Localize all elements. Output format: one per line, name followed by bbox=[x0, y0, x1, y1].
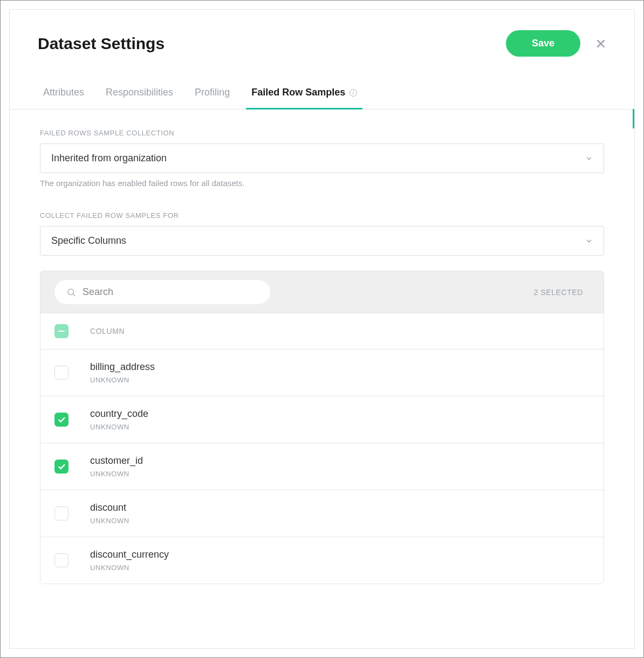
columns-panel: 2 SELECTED COLUMN billing_addressUNKNOWN… bbox=[40, 271, 604, 584]
row-checkbox[interactable] bbox=[54, 366, 68, 380]
table-row: discount_currencyUNKNOWN bbox=[40, 537, 604, 584]
check-icon bbox=[57, 415, 66, 424]
column-type: UNKNOWN bbox=[90, 423, 148, 431]
row-checkbox[interactable] bbox=[54, 413, 68, 427]
column-name: discount_currency bbox=[90, 549, 169, 560]
column-type: UNKNOWN bbox=[90, 517, 129, 525]
column-type: UNKNOWN bbox=[90, 470, 143, 478]
collect-for-select[interactable]: Specific Columns bbox=[40, 226, 604, 256]
row-checkbox[interactable] bbox=[54, 506, 68, 520]
tab-failed-row-samples[interactable]: Failed Row Samplesi bbox=[250, 87, 358, 109]
row-checkbox[interactable] bbox=[54, 460, 68, 474]
select-all-checkbox[interactable] bbox=[54, 324, 68, 338]
svg-line-3 bbox=[73, 294, 74, 296]
column-type: UNKNOWN bbox=[90, 376, 155, 384]
collection-helper: The organization has enabled failed rows… bbox=[40, 179, 604, 188]
collection-value: Inherited from organization bbox=[51, 153, 167, 164]
collection-select[interactable]: Inherited from organization bbox=[40, 143, 604, 173]
collection-label: FAILED ROWS SAMPLE COLLECTION bbox=[40, 129, 604, 137]
table-row: billing_addressUNKNOWN bbox=[40, 349, 604, 396]
check-icon bbox=[57, 462, 66, 471]
chevron-down-icon bbox=[585, 237, 593, 245]
scrollbar-accent bbox=[633, 109, 634, 128]
chevron-down-icon bbox=[585, 155, 593, 162]
tab-label: Profiling bbox=[195, 87, 230, 98]
column-type: UNKNOWN bbox=[90, 564, 169, 572]
tab-label: Responsibilities bbox=[106, 87, 173, 98]
tab-label: Failed Row Samples bbox=[251, 87, 345, 98]
column-name: discount bbox=[90, 502, 129, 513]
tab-profiling[interactable]: Profiling bbox=[194, 87, 231, 109]
close-icon[interactable] bbox=[595, 38, 606, 49]
page-title: Dataset Settings bbox=[38, 35, 165, 53]
column-name: customer_id bbox=[90, 455, 143, 467]
collect-for-label: COLLECT FAILED ROW SAMPLES FOR bbox=[40, 211, 604, 220]
search-icon bbox=[66, 287, 76, 297]
table-row: country_codeUNKNOWN bbox=[40, 396, 604, 443]
save-button[interactable]: Save bbox=[506, 30, 580, 57]
search-input[interactable] bbox=[83, 286, 258, 298]
tab-label: Attributes bbox=[43, 87, 84, 98]
search-wrap[interactable] bbox=[54, 280, 270, 304]
collect-for-value: Specific Columns bbox=[51, 235, 126, 246]
tab-responsibilities[interactable]: Responsibilities bbox=[105, 87, 174, 109]
selected-count: 2 SELECTED bbox=[533, 288, 590, 297]
table-row: discountUNKNOWN bbox=[40, 490, 604, 537]
tabs: AttributesResponsibilitiesProfilingFaile… bbox=[10, 87, 634, 109]
column-header: COLUMN bbox=[90, 327, 125, 335]
table-row: customer_idUNKNOWN bbox=[40, 443, 604, 490]
tab-attributes[interactable]: Attributes bbox=[42, 87, 85, 109]
column-name: country_code bbox=[90, 408, 148, 420]
row-checkbox[interactable] bbox=[54, 553, 68, 567]
info-icon[interactable]: i bbox=[350, 89, 357, 97]
column-name: billing_address bbox=[90, 361, 155, 373]
